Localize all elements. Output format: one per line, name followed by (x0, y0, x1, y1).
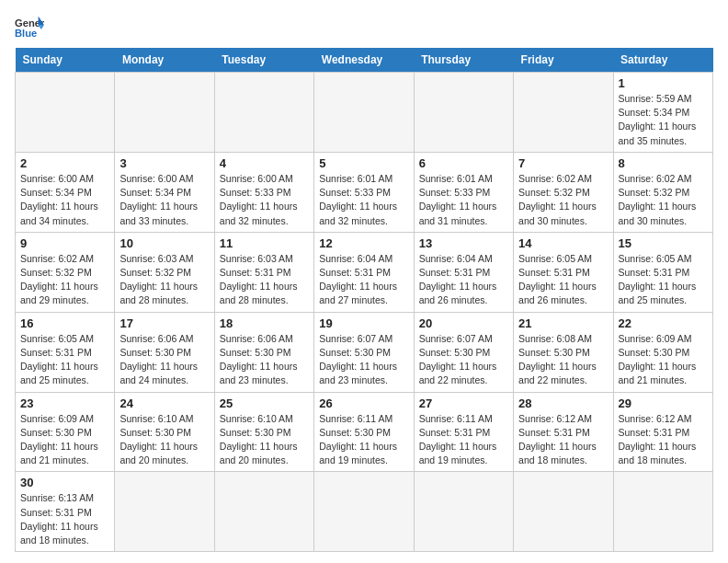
day-info: Sunrise: 6:03 AM Sunset: 5:32 PM Dayligh… (119, 252, 209, 308)
calendar-day-cell (214, 73, 313, 153)
day-info: Sunrise: 6:02 AM Sunset: 5:32 PM Dayligh… (20, 252, 109, 308)
calendar-day-cell: 22Sunrise: 6:09 AM Sunset: 5:30 PM Dayli… (613, 312, 712, 392)
day-info: Sunrise: 6:12 AM Sunset: 5:31 PM Dayligh… (619, 412, 708, 468)
day-info: Sunrise: 6:10 AM Sunset: 5:30 PM Dayligh… (119, 412, 209, 468)
day-number: 20 (419, 316, 508, 330)
calendar-day-cell (115, 472, 214, 552)
day-number: 7 (518, 156, 608, 170)
logo-icon: General Blue (15, 15, 44, 40)
calendar-day-cell: 29Sunrise: 6:12 AM Sunset: 5:31 PM Dayli… (613, 392, 712, 472)
calendar-day-cell: 12Sunrise: 6:04 AM Sunset: 5:31 PM Dayli… (314, 232, 414, 312)
day-number: 22 (619, 316, 708, 330)
day-info: Sunrise: 6:02 AM Sunset: 5:32 PM Dayligh… (518, 172, 608, 228)
day-number: 14 (518, 236, 608, 250)
day-number: 21 (518, 316, 608, 330)
calendar-day-cell: 6Sunrise: 6:01 AM Sunset: 5:33 PM Daylig… (414, 152, 513, 232)
day-number: 13 (419, 236, 508, 250)
header: General Blue (15, 15, 713, 40)
day-info: Sunrise: 6:11 AM Sunset: 5:30 PM Dayligh… (319, 412, 408, 468)
day-number: 4 (220, 156, 309, 170)
day-number: 3 (119, 156, 209, 170)
weekday-header-cell: Tuesday (214, 48, 313, 73)
calendar-day-cell: 18Sunrise: 6:06 AM Sunset: 5:30 PM Dayli… (214, 312, 313, 392)
day-number: 8 (619, 156, 708, 170)
calendar-week-row: 2Sunrise: 6:00 AM Sunset: 5:34 PM Daylig… (16, 152, 713, 232)
day-number: 5 (319, 156, 408, 170)
calendar-day-cell: 28Sunrise: 6:12 AM Sunset: 5:31 PM Dayli… (514, 392, 613, 472)
day-info: Sunrise: 6:00 AM Sunset: 5:34 PM Dayligh… (20, 172, 109, 228)
day-number: 26 (319, 396, 408, 410)
day-info: Sunrise: 6:03 AM Sunset: 5:31 PM Dayligh… (220, 252, 309, 308)
calendar-day-cell (414, 73, 513, 153)
day-number: 16 (20, 316, 109, 330)
calendar-day-cell: 13Sunrise: 6:04 AM Sunset: 5:31 PM Dayli… (414, 232, 513, 312)
svg-text:Blue: Blue (15, 28, 37, 39)
day-number: 23 (20, 396, 109, 410)
weekday-header-cell: Saturday (613, 48, 712, 73)
calendar-day-cell: 26Sunrise: 6:11 AM Sunset: 5:30 PM Dayli… (314, 392, 414, 472)
calendar-week-row: 16Sunrise: 6:05 AM Sunset: 5:31 PM Dayli… (16, 312, 713, 392)
calendar-day-cell (214, 472, 313, 552)
calendar-day-cell: 2Sunrise: 6:00 AM Sunset: 5:34 PM Daylig… (16, 152, 115, 232)
day-info: Sunrise: 5:59 AM Sunset: 5:34 PM Dayligh… (619, 92, 708, 148)
calendar-day-cell (613, 472, 712, 552)
calendar-day-cell: 8Sunrise: 6:02 AM Sunset: 5:32 PM Daylig… (613, 152, 712, 232)
calendar-day-cell: 21Sunrise: 6:08 AM Sunset: 5:30 PM Dayli… (514, 312, 613, 392)
weekday-header-cell: Friday (514, 48, 613, 73)
day-info: Sunrise: 6:05 AM Sunset: 5:31 PM Dayligh… (619, 252, 708, 308)
calendar-day-cell: 27Sunrise: 6:11 AM Sunset: 5:31 PM Dayli… (414, 392, 513, 472)
calendar-day-cell: 4Sunrise: 6:00 AM Sunset: 5:33 PM Daylig… (214, 152, 313, 232)
calendar-day-cell: 11Sunrise: 6:03 AM Sunset: 5:31 PM Dayli… (214, 232, 313, 312)
calendar-day-cell: 17Sunrise: 6:06 AM Sunset: 5:30 PM Dayli… (115, 312, 214, 392)
calendar-day-cell: 15Sunrise: 6:05 AM Sunset: 5:31 PM Dayli… (613, 232, 712, 312)
day-info: Sunrise: 6:01 AM Sunset: 5:33 PM Dayligh… (419, 172, 508, 228)
day-info: Sunrise: 6:05 AM Sunset: 5:31 PM Dayligh… (518, 252, 608, 308)
calendar-day-cell (514, 73, 613, 153)
calendar-day-cell: 23Sunrise: 6:09 AM Sunset: 5:30 PM Dayli… (16, 392, 115, 472)
calendar-week-row: 9Sunrise: 6:02 AM Sunset: 5:32 PM Daylig… (16, 232, 713, 312)
calendar-week-row: 23Sunrise: 6:09 AM Sunset: 5:30 PM Dayli… (16, 392, 713, 472)
calendar-day-cell: 30Sunrise: 6:13 AM Sunset: 5:31 PM Dayli… (16, 472, 115, 552)
day-info: Sunrise: 6:10 AM Sunset: 5:30 PM Dayligh… (220, 412, 309, 468)
day-number: 28 (518, 396, 608, 410)
day-info: Sunrise: 6:08 AM Sunset: 5:30 PM Dayligh… (518, 332, 608, 388)
calendar-day-cell (314, 472, 414, 552)
calendar-day-cell: 1Sunrise: 5:59 AM Sunset: 5:34 PM Daylig… (613, 73, 712, 153)
day-info: Sunrise: 6:00 AM Sunset: 5:33 PM Dayligh… (220, 172, 309, 228)
day-number: 6 (419, 156, 508, 170)
calendar-day-cell (314, 73, 414, 153)
day-info: Sunrise: 6:02 AM Sunset: 5:32 PM Dayligh… (619, 172, 708, 228)
day-info: Sunrise: 6:11 AM Sunset: 5:31 PM Dayligh… (419, 412, 508, 468)
calendar-day-cell: 7Sunrise: 6:02 AM Sunset: 5:32 PM Daylig… (514, 152, 613, 232)
day-info: Sunrise: 6:13 AM Sunset: 5:31 PM Dayligh… (20, 491, 109, 547)
calendar-day-cell: 20Sunrise: 6:07 AM Sunset: 5:30 PM Dayli… (414, 312, 513, 392)
weekday-header-cell: Wednesday (314, 48, 414, 73)
day-number: 12 (319, 236, 408, 250)
day-info: Sunrise: 6:09 AM Sunset: 5:30 PM Dayligh… (619, 332, 708, 388)
day-number: 15 (619, 236, 708, 250)
calendar-day-cell (514, 472, 613, 552)
weekday-header-cell: Sunday (16, 48, 115, 73)
calendar-day-cell: 5Sunrise: 6:01 AM Sunset: 5:33 PM Daylig… (314, 152, 414, 232)
day-info: Sunrise: 6:06 AM Sunset: 5:30 PM Dayligh… (119, 332, 209, 388)
day-info: Sunrise: 6:09 AM Sunset: 5:30 PM Dayligh… (20, 412, 109, 468)
weekday-header: SundayMondayTuesdayWednesdayThursdayFrid… (16, 48, 713, 73)
logo: General Blue (15, 15, 44, 40)
day-number: 2 (20, 156, 109, 170)
day-info: Sunrise: 6:07 AM Sunset: 5:30 PM Dayligh… (319, 332, 408, 388)
calendar-day-cell (414, 472, 513, 552)
calendar-body: 1Sunrise: 5:59 AM Sunset: 5:34 PM Daylig… (16, 73, 713, 552)
day-number: 19 (319, 316, 408, 330)
day-number: 11 (220, 236, 309, 250)
day-number: 9 (20, 236, 109, 250)
calendar-day-cell: 9Sunrise: 6:02 AM Sunset: 5:32 PM Daylig… (16, 232, 115, 312)
day-info: Sunrise: 6:12 AM Sunset: 5:31 PM Dayligh… (518, 412, 608, 468)
day-number: 18 (220, 316, 309, 330)
calendar-day-cell: 24Sunrise: 6:10 AM Sunset: 5:30 PM Dayli… (115, 392, 214, 472)
day-info: Sunrise: 6:07 AM Sunset: 5:30 PM Dayligh… (419, 332, 508, 388)
day-number: 27 (419, 396, 508, 410)
day-number: 10 (119, 236, 209, 250)
day-info: Sunrise: 6:00 AM Sunset: 5:34 PM Dayligh… (119, 172, 209, 228)
weekday-header-cell: Thursday (414, 48, 513, 73)
weekday-header-cell: Monday (115, 48, 214, 73)
